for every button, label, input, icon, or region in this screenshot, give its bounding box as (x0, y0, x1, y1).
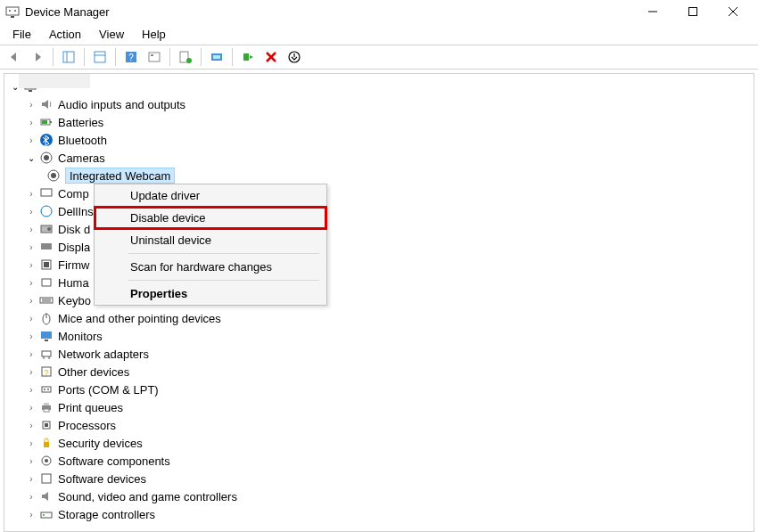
title-bar: Device Manager (0, 0, 758, 23)
ctx-update-driver[interactable]: Update driver (95, 184, 326, 207)
ctx-properties[interactable]: Properties (95, 282, 326, 305)
chevron-right-icon[interactable]: › (26, 385, 37, 395)
chevron-right-icon[interactable]: › (26, 296, 37, 306)
disable-device-button[interactable] (284, 46, 305, 68)
software-icon (38, 471, 54, 487)
ctx-disable-device[interactable]: Disable device (95, 207, 326, 229)
category-label: Sound, video and game controllers (58, 490, 237, 503)
chevron-right-icon[interactable]: › (26, 438, 37, 448)
chevron-right-icon[interactable]: › (26, 456, 37, 466)
chevron-right-icon[interactable]: › (26, 492, 37, 502)
close-button[interactable] (713, 0, 753, 23)
chevron-right-icon[interactable]: › (26, 225, 37, 234)
chevron-right-icon[interactable]: › (26, 314, 37, 323)
properties-button[interactable] (89, 46, 111, 68)
svg-point-3 (14, 10, 16, 12)
svg-rect-14 (149, 53, 160, 61)
chevron-right-icon[interactable]: › (26, 349, 37, 359)
chevron-right-icon[interactable]: › (26, 403, 37, 413)
help-button[interactable]: ? (120, 46, 142, 68)
root-node[interactable]: ⌄ (4, 78, 754, 95)
update-driver-button[interactable] (175, 46, 196, 68)
menu-help[interactable]: Help (133, 26, 175, 43)
camera-icon (45, 168, 62, 184)
chevron-right-icon[interactable]: › (26, 207, 37, 217)
tree-category-print[interactable]: › Print queues (4, 398, 754, 416)
printer-icon (38, 399, 54, 415)
security-icon (38, 435, 54, 451)
tree-category-monitors[interactable]: › Monitors (4, 327, 754, 345)
tree-category-cameras[interactable]: ⌄ Cameras (4, 149, 754, 167)
ctx-uninstall-device[interactable]: Uninstall device (95, 229, 326, 251)
toolbar: ? (0, 45, 758, 70)
tree-category-sound[interactable]: › Sound, video and game controllers (4, 487, 754, 505)
tree-category-security[interactable]: › Security devices (4, 434, 754, 452)
chevron-right-icon[interactable]: › (26, 118, 37, 127)
chevron-right-icon[interactable]: › (26, 474, 37, 484)
category-label: DellIns (58, 205, 94, 218)
category-label: Keybo (58, 294, 91, 307)
svg-rect-41 (42, 279, 51, 286)
chevron-right-icon[interactable]: › (26, 189, 37, 199)
tree-category-bluetooth[interactable]: › Bluetooth (4, 131, 754, 149)
svg-point-56 (47, 389, 49, 390)
chevron-right-icon[interactable]: › (26, 260, 37, 270)
category-label: Other devices (58, 365, 129, 379)
chevron-right-icon[interactable]: › (26, 510, 37, 520)
maximize-button[interactable] (672, 0, 713, 23)
ctx-separator (128, 280, 319, 281)
svg-rect-54 (42, 387, 51, 392)
chevron-right-icon[interactable]: › (26, 278, 37, 288)
scan-hardware-button[interactable] (206, 46, 227, 68)
chevron-right-icon[interactable]: › (26, 100, 37, 110)
tree-category-mice[interactable]: › Mice and other pointing devices (4, 309, 754, 327)
menu-view[interactable]: View (90, 26, 133, 43)
chevron-right-icon[interactable]: › (26, 367, 37, 377)
category-label: Software components (58, 454, 170, 468)
menu-action[interactable]: Action (40, 26, 90, 43)
svg-point-37 (47, 227, 51, 231)
svg-rect-47 (41, 331, 52, 339)
chevron-right-icon[interactable]: › (26, 242, 37, 252)
tree-category-network[interactable]: › Network adapters (4, 345, 754, 363)
svg-rect-65 (42, 474, 51, 483)
tree-category-software-devices[interactable]: › Software devices (4, 470, 754, 487)
svg-rect-38 (41, 243, 52, 250)
category-label: Huma (58, 276, 89, 290)
software-icon (38, 453, 54, 469)
svg-point-55 (44, 389, 45, 390)
tree-category-storage[interactable]: › Storage controllers (4, 505, 754, 523)
ctx-scan-hardware[interactable]: Scan for hardware changes (95, 256, 326, 278)
category-label: Firmw (58, 258, 89, 272)
category-label: Ports (COM & LPT) (58, 383, 159, 397)
tree-category-ports[interactable]: › Ports (COM & LPT) (4, 381, 754, 398)
category-label: Audio inputs and outputs (58, 98, 185, 111)
svg-point-31 (44, 155, 49, 160)
svg-rect-48 (45, 340, 48, 341)
category-label: Comp (58, 187, 89, 201)
menu-file[interactable]: File (4, 26, 40, 43)
network-icon (38, 346, 54, 362)
chevron-down-icon[interactable]: ⌄ (26, 153, 37, 163)
tree-category-software-components[interactable]: › Software components (4, 452, 754, 470)
hid-icon (38, 274, 54, 291)
svg-rect-25 (29, 90, 32, 92)
root-node-highlight (19, 74, 90, 88)
chevron-right-icon[interactable]: › (26, 421, 37, 430)
uninstall-device-button[interactable] (260, 46, 282, 68)
minimize-button[interactable] (632, 0, 672, 23)
chevron-right-icon[interactable]: › (26, 135, 37, 145)
category-label: Software devices (58, 472, 146, 486)
svg-rect-1 (11, 16, 14, 18)
tree-category-audio[interactable]: › Audio inputs and outputs (4, 95, 754, 113)
forward-button[interactable] (27, 46, 48, 68)
back-button[interactable] (4, 46, 25, 68)
tree-category-processors[interactable]: › Processors (4, 416, 754, 434)
tree-category-batteries[interactable]: › Batteries (4, 113, 754, 131)
enable-device-button[interactable] (237, 46, 259, 68)
chevron-right-icon[interactable]: › (26, 331, 37, 341)
tree-item-integrated-webcam[interactable]: Integrated Webcam (4, 167, 754, 184)
show-hide-console-tree-button[interactable] (58, 46, 79, 68)
action-tool-button[interactable] (144, 46, 165, 68)
tree-category-other[interactable]: › ? Other devices (4, 363, 754, 381)
